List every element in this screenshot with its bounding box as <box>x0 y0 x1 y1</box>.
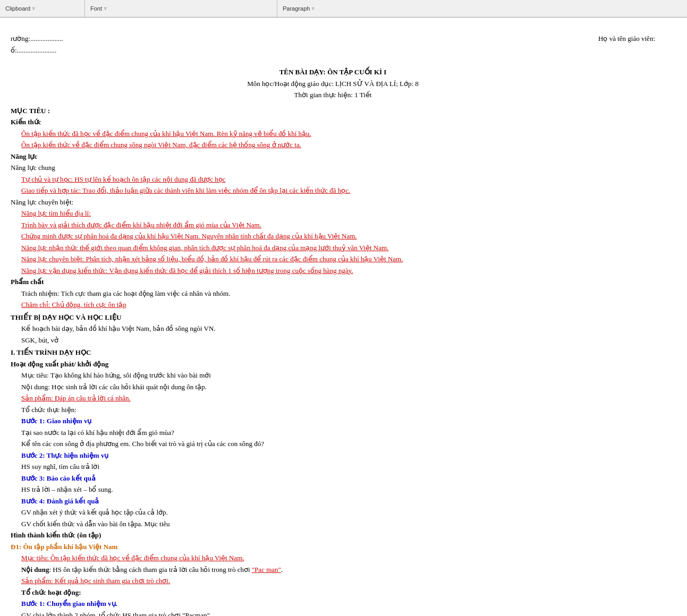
paragraph-label: Paragraph <box>283 5 310 12</box>
header-info: rường:................... ố:............… <box>11 33 655 56</box>
nang-luc-chuyen-biet-label: Năng lực chuyên biệt: <box>11 197 655 208</box>
d1-buoc1-content: GV chia lớp thành 2 nhóm, tổ chức HS tha… <box>21 610 655 617</box>
buoc1-label: Bước 1: Giao nhiệm vụ <box>21 416 655 426</box>
sgk: SGK, bút, vở <box>21 335 655 346</box>
kien-thuc-label: Kiến thức <box>11 117 655 127</box>
kien-thuc-2: Ôn tập kiến thức về đặc điểm chung sông … <box>21 140 655 150</box>
tu-chu: Tự chủ và tự học: HS tự lên kế hoạch ôn … <box>21 174 655 185</box>
title-block: TÊN BÀI DẠY: ÔN TẬP CUỐI KÌ I Môn học/Ho… <box>11 67 655 100</box>
subject-line: Môn học/Hoạt động giáo dục: LỊCH SỬ VÀ Đ… <box>11 79 655 89</box>
q1: Tại sao nước ta lại có khí hậu nhiệt đới… <box>21 427 655 438</box>
muc-tieu-hd1: Mục tiêu: Tạo không khí hào hứng, sôi độ… <box>21 370 655 381</box>
buoc2-label: Bước 2: Thực hiện nhiệm vụ <box>21 450 655 461</box>
nang-luc-van-dung: Năng lực vận dụng kiến thức: Vận dụng ki… <box>21 266 655 276</box>
hinh-thanh-label: Hình thành kiến thức (ôn tập) <box>11 530 655 541</box>
toolbar-font-section: Font ▿ <box>85 0 277 17</box>
q2: Kể tên các con sông ở địa phương em. Cho… <box>21 439 655 449</box>
chung-minh: Chứng minh được sự phân hoá đa dạng của … <box>21 231 655 242</box>
tien-trinh-label: I. TIẾN TRÌNH DẠY HỌC <box>11 347 655 358</box>
d1-san-pham: Sản phẩm: Kết quả học sinh tham gia chơi… <box>21 576 655 586</box>
nang-luc-label: Năng lực <box>11 151 655 162</box>
muc-tieu-label: MỤC TIÊU : <box>11 106 655 116</box>
toolbar-paragraph-section: Paragraph ▿ <box>277 0 415 17</box>
d1-to-chuc: Tổ chức hoạt động: <box>21 587 655 598</box>
giao-tiep: Giao tiếp và hợp tác: Trao đổi, thảo luậ… <box>21 185 655 196</box>
buoc3-label: Bước 3: Báo cáo kết quả <box>21 473 655 484</box>
toolbar-clipboard-section: Clipboard ▿ <box>0 0 85 17</box>
buoc4-1: GV nhận xét ý thức và kết quả học tập củ… <box>21 507 655 518</box>
thiet-bi-section: THIẾT BỊ DẠY HỌC VÀ HỌC LIỆU Kế hoạch bà… <box>11 312 655 346</box>
buoc4-2: GV chốt kiến thức và dẫn vào bài ôn tậpa… <box>21 519 655 529</box>
d1-buoc1-label: Bước 1: Chuyển giao nhiệm vụ. <box>21 598 655 609</box>
time-line: Thời gian thực hiện: 1 Tiết <box>11 90 655 100</box>
font-arrow: ▿ <box>104 6 107 11</box>
trach-nhiem: Trách nhiệm: Tích cực tham gia các hoạt … <box>21 288 655 299</box>
muc-tieu-section: MỤC TIÊU : Kiến thức Ôn tập kiến thức đã… <box>11 106 655 310</box>
header-left: rường:................... ố:............… <box>11 33 63 56</box>
san-pham-hd1: Sản phẩm: Đáp án câu trả lời cá nhân. <box>21 393 655 404</box>
nang-luc-nhan-thuc: Năng lực nhận thức thế giới theo quan đi… <box>21 243 655 253</box>
buoc4-label: Bước 4: Đánh giá kết quả <box>21 496 655 507</box>
nang-luc-chuyen-biet2: Năng lực chuyên biệt: Phân tích, nhận xé… <box>21 254 655 264</box>
to-chuc-hd1: Tổ chức thực hiện: <box>21 405 655 415</box>
d1-label: Đ1: Ôn tập phần khí hậu Việt Nam <box>11 542 655 552</box>
thiet-bi-label: THIẾT BỊ DẠY HỌC VÀ HỌC LIỆU <box>11 312 655 323</box>
school-line: rường:................... <box>11 33 63 44</box>
clipboard-arrow: ▿ <box>32 6 35 11</box>
font-label: Font <box>90 5 102 12</box>
buoc3-content: HS trả lời – nhận xét – bổ sung. <box>21 484 655 495</box>
teacher-line: Họ và tên giáo viên: <box>598 33 655 44</box>
nang-luc-chung-label: Năng lực chung <box>11 162 655 173</box>
paragraph-arrow: ▿ <box>312 6 315 11</box>
d1-noi-dung: Nội dung: HS ôn tập kiến thức bằng cách … <box>21 564 655 575</box>
clipboard-label: Clipboard <box>5 5 30 12</box>
main-title: TÊN BÀI DẠY: ÔN TẬP CUỐI KÌ I <box>11 67 655 78</box>
pham-chat-label: Phẩm chất <box>11 277 655 287</box>
code-line: ố:....................... <box>11 45 63 56</box>
header-right: Họ và tên giáo viên: <box>598 33 655 56</box>
toolbar: Clipboard ▿ Font ▿ Paragraph ▿ <box>0 0 687 18</box>
document-content: rường:................... ố:............… <box>0 18 687 616</box>
hoat-dong-1-label: Hoạt động xuất phát/ khởi động <box>11 359 655 370</box>
noi-dung-hd1: Nội dung: Học sinh trả lời các câu hỏi k… <box>21 382 655 392</box>
d1-muc-tieu: Mục tiêu: Ôn tập kiến thức đã học về đặc… <box>21 553 655 563</box>
kien-thuc-1: Ôn tập kiến thức đã học về đặc điểm chun… <box>21 129 655 139</box>
tien-trinh-section: I. TIẾN TRÌNH DẠY HỌC Hoạt động xuất phá… <box>11 347 655 616</box>
trinh-bay: Trình bày và giải thích được đặc điểm kh… <box>21 220 655 230</box>
nang-luc-tim-hieu: Năng lực tìm hiểu địa lí: <box>21 208 655 219</box>
buoc2-content: HS suy nghĩ, tìm câu trả lời <box>21 461 655 472</box>
ke-hoach: Kế hoạch bài dạy, bản đồ khí hậu Việt Na… <box>21 323 655 334</box>
cham-chi: Chăm chỉ: Chủ động, tích cực ôn tập <box>21 300 655 310</box>
